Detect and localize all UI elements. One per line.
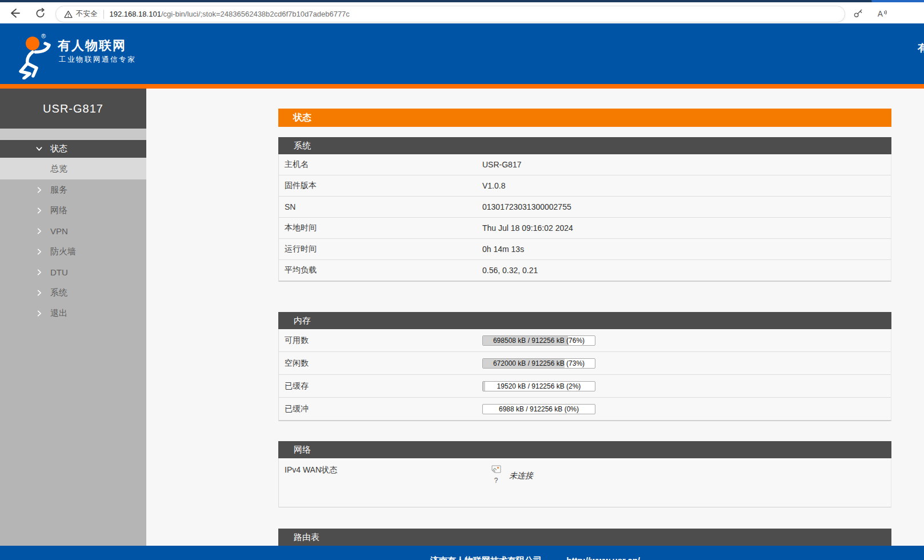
chevron-down-icon: [35, 145, 43, 153]
sidebar-item-label: 防火墙: [50, 246, 76, 257]
section-title: 路由表: [294, 532, 319, 543]
chevron-right-icon: [35, 289, 43, 297]
footer-text: 济南有人物联网技术有限公司 — http://www.usr.cn/: [146, 546, 924, 560]
browser-window: 不安全 192.168.18.101/cgi-bin/luci/;stok=24…: [0, 0, 924, 560]
row-label: 主机名: [279, 159, 482, 170]
address-divider: [103, 10, 104, 19]
progress-text: 698508 kB / 912256 kB (76%): [483, 336, 595, 346]
wan-icon-stack: ?: [486, 465, 506, 485]
site-security-indicator[interactable]: 不安全: [64, 9, 98, 19]
footer-company: 济南有人物联网技术有限公司: [430, 555, 542, 560]
sidebar-item-status[interactable]: 状态: [0, 140, 146, 158]
sidebar-item-system[interactable]: 系统: [0, 282, 146, 303]
svg-text:A: A: [878, 10, 883, 18]
reload-button[interactable]: [33, 6, 47, 20]
table-row: 主机名 USR-G817: [279, 154, 891, 175]
device-title: USR-G817: [0, 89, 146, 129]
sidebar-item-label: VPN: [50, 226, 68, 236]
main-content: 状态 系统 主机名 USR-G817 固件版本 V1.0.8: [146, 89, 924, 546]
row-label: 本地时间: [279, 223, 482, 233]
app-header: ® 有人物联网 工业物联网通信专家 有: [0, 23, 924, 84]
progress-text: 19520 kB / 912256 kB (2%): [483, 382, 595, 391]
row-value: Thu Jul 18 09:16:02 2024: [482, 223, 573, 233]
memory-progress-bar: 19520 kB / 912256 kB (2%): [482, 381, 595, 391]
url-text[interactable]: 192.168.18.101/cgi-bin/luci/;stok=248365…: [110, 10, 350, 18]
chevron-right-icon: [35, 269, 43, 276]
reload-icon: [35, 8, 46, 19]
row-label: 已缓冲: [279, 404, 482, 414]
sidebar-item-vpn[interactable]: VPN: [0, 221, 146, 241]
table-row: 固件版本 V1.0.8: [279, 175, 891, 197]
row-value: V1.0.8: [482, 181, 505, 190]
row-label: 固件版本: [279, 181, 482, 191]
routes-section: 路由表: [278, 529, 891, 546]
chevron-right-icon: [35, 310, 43, 317]
footer-link[interactable]: http://www.usr.cn/: [566, 555, 640, 560]
password-key-button[interactable]: [851, 7, 864, 19]
progress-text: 6988 kB / 912256 kB (0%): [483, 405, 595, 414]
sidebar-divider-band: [0, 129, 146, 140]
section-title: 内存: [294, 315, 311, 326]
row-value: 0.56, 0.32, 0.21: [482, 266, 538, 275]
back-button[interactable]: [8, 6, 22, 20]
brand-title: 有人物联网: [58, 37, 126, 54]
section-title: 网络: [294, 445, 311, 455]
row-label: IPv4 WAN状态: [279, 465, 482, 475]
security-label: 不安全: [76, 9, 98, 19]
row-label: 已缓存: [279, 381, 482, 391]
table-row: SN 01301723031300002755: [279, 197, 891, 218]
row-value: 0h 14m 13s: [482, 245, 524, 254]
row-value: 01301723031300002755: [482, 202, 571, 211]
icon-fallback-text: ?: [486, 477, 506, 485]
read-aloud-icon: A: [876, 8, 889, 19]
sidebar-item-label: 退出: [50, 308, 67, 319]
wan-status-row: IPv4 WAN状态 ? 未连接: [278, 458, 891, 507]
memory-table: 可用数 698508 kB / 912256 kB (76%) 空闲数 6720…: [278, 329, 891, 421]
sidebar-item-label: DTU: [50, 267, 68, 277]
sidebar-item-label: 状态: [50, 143, 67, 154]
table-row: 已缓存 19520 kB / 912256 kB (2%): [279, 375, 891, 398]
row-label: 可用数: [279, 335, 482, 346]
memory-progress-bar: 672000 kB / 912256 kB (73%): [482, 358, 595, 369]
table-row: 本地时间 Thu Jul 18 09:16:02 2024: [279, 218, 891, 239]
sidebar-item-label: 系统: [50, 287, 67, 298]
key-icon: [853, 8, 863, 19]
sidebar-item-logout[interactable]: 退出: [0, 303, 146, 323]
address-bar[interactable]: 不安全 192.168.18.101/cgi-bin/luci/;stok=24…: [55, 6, 845, 22]
wan-status-text: 未连接: [509, 471, 533, 481]
footer-separator: —: [550, 555, 558, 560]
sidebar-item-network[interactable]: 网络: [0, 200, 146, 221]
chevron-right-icon: [35, 207, 43, 214]
sidebar: USR-G817 状态 总览 服务 网络 VP: [0, 89, 146, 546]
sidebar-item-overview[interactable]: 总览: [0, 158, 146, 179]
routes-section-header: 路由表: [278, 529, 891, 546]
system-section-header: 系统: [278, 137, 891, 154]
page-title-label: 状态: [293, 112, 311, 124]
header-partial-text[interactable]: 有: [918, 41, 924, 55]
back-arrow-icon: [9, 7, 21, 19]
usr-logo-icon: ®: [14, 30, 55, 79]
wan-status-value: ? 未连接: [482, 465, 533, 485]
table-row: 运行时间 0h 14m 13s: [279, 239, 891, 260]
memory-section-header: 内存: [278, 312, 891, 329]
row-value: USR-G817: [482, 160, 521, 169]
content-column: 状态 系统 主机名 USR-G817 固件版本 V1.0.8: [278, 89, 891, 546]
row-label: 空闲数: [279, 358, 482, 369]
page-title: 状态: [278, 109, 891, 127]
chevron-right-icon: [35, 186, 43, 194]
svg-text:®: ®: [41, 33, 46, 39]
chevron-right-icon: [35, 227, 43, 235]
sidebar-item-dtu[interactable]: DTU: [0, 262, 146, 282]
url-path: /cgi-bin/luci/;stok=24836562438b2cd6f7b1…: [161, 10, 350, 18]
url-host: 192.168.18.101: [110, 10, 161, 18]
network-section-header: 网络: [278, 441, 891, 458]
sidebar-item-firewall[interactable]: 防火墙: [0, 241, 146, 262]
sidebar-item-label: 网络: [50, 205, 67, 216]
table-row: 平均负载 0.56, 0.32, 0.21: [279, 260, 891, 281]
sidebar-item-services[interactable]: 服务: [0, 179, 146, 200]
read-aloud-button[interactable]: A: [876, 7, 889, 19]
broken-image-icon: [491, 465, 501, 474]
memory-progress-bar: 6988 kB / 912256 kB (0%): [482, 404, 595, 414]
header-accent-stripe: [0, 84, 924, 89]
network-section: 网络 IPv4 WAN状态 ?: [278, 441, 891, 507]
